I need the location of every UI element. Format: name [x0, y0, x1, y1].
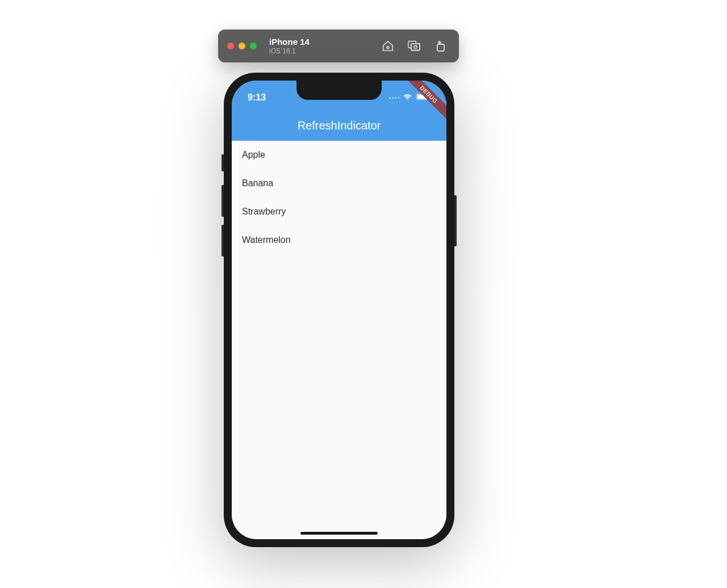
svg-rect-2	[411, 44, 420, 51]
minimize-window-button[interactable]	[239, 43, 245, 49]
screenshot-icon[interactable]	[408, 40, 420, 52]
cellular-signal-icon	[389, 97, 399, 99]
home-indicator[interactable]	[300, 532, 378, 535]
volume-up-button[interactable]	[222, 185, 224, 217]
close-window-button[interactable]	[227, 43, 234, 49]
list-item[interactable]: Apple	[232, 141, 446, 169]
device-os-version: iOS 16.1	[269, 47, 310, 55]
app-bar-title: RefreshIndicator	[298, 119, 381, 132]
device-info: iPhone 14 iOS 16.1	[269, 37, 310, 55]
simulator-actions	[382, 40, 450, 52]
svg-rect-5	[437, 44, 444, 51]
maximize-window-button[interactable]	[250, 43, 257, 49]
status-time: 9:13	[248, 93, 266, 103]
rotate-icon[interactable]	[434, 40, 446, 52]
phone-screen[interactable]: 9:13	[232, 81, 446, 539]
phone-simulator: 9:13	[224, 73, 454, 547]
simulator-control-bar: iPhone 14 iOS 16.1	[218, 30, 459, 62]
list-item[interactable]: Strawberry	[232, 198, 446, 226]
list-item[interactable]: Banana	[232, 169, 446, 198]
svg-point-0	[387, 47, 389, 49]
mute-switch[interactable]	[222, 154, 224, 171]
device-name: iPhone 14	[269, 37, 310, 47]
phone-notch	[296, 81, 382, 100]
window-traffic-lights	[227, 43, 257, 49]
phone-body: 9:13	[224, 73, 454, 547]
list-item[interactable]: Watermelon	[232, 226, 446, 254]
debug-banner: DEBUG	[401, 81, 446, 126]
refreshable-list[interactable]: Apple Banana Strawberry Watermelon	[232, 141, 446, 539]
debug-ribbon-label: DEBUG	[403, 81, 446, 120]
volume-down-button[interactable]	[222, 225, 224, 257]
home-icon[interactable]	[382, 40, 394, 52]
power-button[interactable]	[454, 195, 457, 246]
